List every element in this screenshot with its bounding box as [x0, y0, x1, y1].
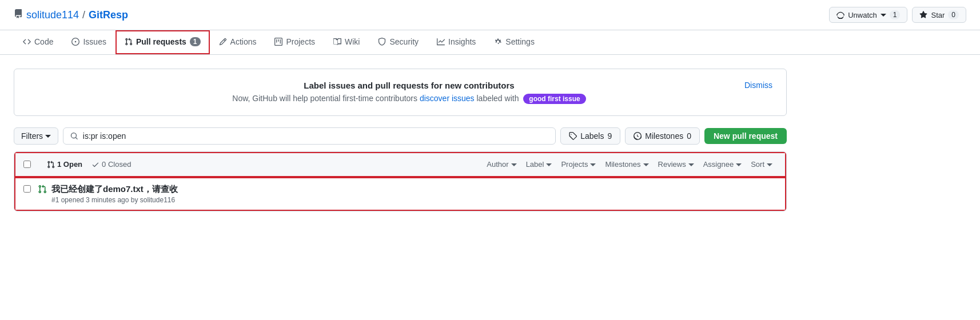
issue-title[interactable]: 我已经创建了demo7.txt，请查收: [51, 184, 777, 195]
tab-code[interactable]: Code: [14, 30, 62, 54]
unwatch-count: 1: [890, 10, 901, 19]
tab-security[interactable]: Security: [369, 30, 428, 54]
unwatch-label: Unwatch: [848, 11, 877, 19]
tab-wiki[interactable]: Wiki: [324, 30, 369, 54]
sort-chevron-icon: [767, 162, 772, 167]
tab-settings-label: Settings: [505, 37, 535, 46]
search-input-wrap: [63, 127, 556, 145]
projects-col-label: Projects: [561, 160, 588, 169]
milestones-count: 0: [687, 131, 691, 141]
pr-icon: [125, 38, 133, 46]
repo-name[interactable]: GitResp: [89, 9, 128, 21]
issues-header-left: 1 Open 0 Closed: [23, 160, 131, 169]
issues-icon: [71, 38, 79, 46]
reviews-chevron-icon: [688, 162, 694, 167]
star-count: 0: [948, 10, 959, 19]
discover-issues-link[interactable]: discover issues: [420, 94, 475, 103]
header-actions: Unwatch 1 Star 0: [829, 7, 966, 23]
repo-icon: [14, 9, 23, 21]
milestones-filter-button[interactable]: Milestones: [600, 158, 653, 171]
dismiss-button[interactable]: Dismiss: [744, 81, 772, 90]
projects-icon: [274, 38, 282, 46]
sort-col-label: Sort: [751, 160, 764, 169]
tab-issues[interactable]: Issues: [62, 30, 115, 54]
reviews-col-label: Reviews: [658, 160, 686, 169]
header: solitude114 / GitResp Unwatch 1 Star 0: [0, 0, 980, 30]
milestones-label: Milestones: [645, 131, 683, 141]
open-count-label: 1 Open: [57, 160, 82, 169]
search-icon: [70, 132, 78, 140]
open-closed-nav: 1 Open 0 Closed: [47, 160, 131, 169]
issues-header-right: Author Label Projects Milestones Reviews: [482, 158, 777, 171]
author-chevron-icon: [511, 162, 517, 167]
tab-insights-label: Insights: [448, 37, 476, 46]
tab-actions[interactable]: Actions: [210, 30, 266, 54]
tab-insights[interactable]: Insights: [428, 30, 485, 54]
labels-button[interactable]: Labels 9: [560, 127, 620, 145]
labels-label: Labels: [580, 131, 604, 141]
chevron-down-icon: [881, 12, 886, 18]
tab-pr-label: Pull requests: [136, 37, 186, 46]
tab-wiki-label: Wiki: [345, 37, 360, 46]
repo-separator: /: [82, 9, 85, 21]
issue-checkbox[interactable]: [23, 185, 31, 193]
filters-button[interactable]: Filters: [14, 127, 58, 145]
tab-settings[interactable]: Settings: [485, 30, 544, 54]
tab-pr-count: 1: [190, 37, 201, 46]
main-content: Label issues and pull requests for new c…: [0, 55, 800, 225]
contributor-banner: Label issues and pull requests for new c…: [14, 69, 787, 116]
check-icon: [91, 161, 99, 169]
author-filter-button[interactable]: Author: [482, 158, 521, 171]
eye-icon: [836, 11, 844, 19]
issue-content: 我已经创建了demo7.txt，请查收 #1 opened 3 minutes …: [51, 184, 777, 204]
tab-issues-label: Issues: [83, 37, 106, 46]
star-icon: [919, 11, 927, 19]
banner-desc: Now, GitHub will help potential first-ti…: [74, 94, 744, 104]
new-pull-request-button[interactable]: New pull request: [704, 128, 787, 144]
tab-actions-label: Actions: [230, 37, 257, 46]
issues-container: 1 Open 0 Closed Author Label: [14, 151, 787, 211]
star-button[interactable]: Star 0: [912, 7, 966, 23]
banner-text: Label issues and pull requests for new c…: [74, 81, 744, 104]
labels-count: 9: [607, 131, 612, 141]
reviews-filter-button[interactable]: Reviews: [654, 158, 699, 171]
unwatch-button[interactable]: Unwatch 1: [829, 7, 907, 23]
good-first-issue-badge: good first issue: [523, 94, 585, 104]
code-icon: [23, 38, 31, 46]
nav-tabs: Code Issues Pull requests 1 Actions Proj…: [0, 30, 980, 55]
closed-issues-link[interactable]: 0 Closed: [91, 160, 131, 169]
tab-projects-label: Projects: [286, 37, 315, 46]
closed-count-label: 0 Closed: [102, 160, 131, 169]
settings-icon: [494, 38, 502, 46]
label-filter-button[interactable]: Label: [521, 158, 557, 171]
tab-pull-requests[interactable]: Pull requests 1: [115, 30, 210, 54]
actions-icon: [219, 38, 227, 46]
tab-code-label: Code: [34, 37, 53, 46]
assignee-filter-button[interactable]: Assignee: [699, 158, 746, 171]
issue-row: 我已经创建了demo7.txt，请查收 #1 opened 3 minutes …: [14, 177, 786, 211]
issue-meta: #1 opened 3 minutes ago by solitude116: [51, 196, 777, 204]
select-all-checkbox[interactable]: [23, 161, 31, 168]
label-chevron-icon: [546, 162, 552, 167]
issues-header: 1 Open 0 Closed Author Label: [14, 152, 786, 177]
filters-chevron-icon: [45, 133, 51, 139]
open-pr-icon: [47, 161, 55, 169]
star-label: Star: [931, 11, 945, 19]
banner-desc-suffix: labeled with: [477, 94, 519, 103]
sort-filter-button[interactable]: Sort: [746, 158, 777, 171]
banner-desc-prefix: Now, GitHub will help potential first-ti…: [232, 94, 420, 103]
tab-projects[interactable]: Projects: [265, 30, 324, 54]
projects-filter-button[interactable]: Projects: [556, 158, 600, 171]
security-icon: [378, 38, 386, 46]
milestones-icon: [634, 132, 642, 140]
repo-title: solitude114 / GitResp: [14, 9, 128, 21]
milestones-button[interactable]: Milestones 0: [625, 127, 700, 145]
assignee-col-label: Assignee: [703, 160, 734, 169]
search-input[interactable]: [83, 131, 548, 141]
milestones-chevron-icon: [643, 162, 649, 167]
label-col-label: Label: [526, 160, 544, 169]
repo-org[interactable]: solitude114: [26, 9, 79, 21]
open-issues-link[interactable]: 1 Open: [47, 160, 82, 169]
open-pr-row-icon: [38, 185, 47, 194]
banner-title: Label issues and pull requests for new c…: [74, 81, 744, 90]
